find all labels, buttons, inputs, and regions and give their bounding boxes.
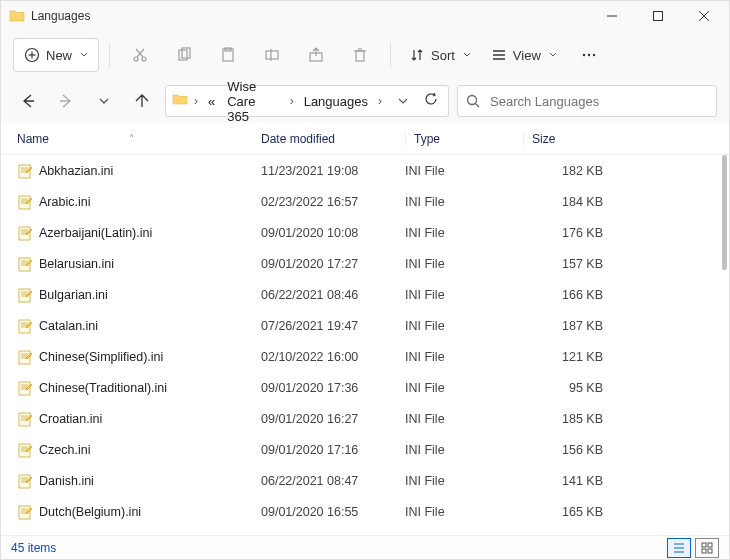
file-type: INI File [405,381,523,395]
ellipsis-icon [581,47,597,63]
toolbar: New Sort View [1,31,729,79]
arrow-right-icon [58,93,74,109]
recent-button[interactable] [89,86,119,116]
folder-icon [9,8,25,24]
back-button[interactable] [13,86,43,116]
file-type: INI File [405,350,523,364]
chevron-right-icon[interactable]: › [288,94,296,108]
sort-button-label: Sort [431,48,455,63]
file-type: INI File [405,195,523,209]
new-button-label: New [46,48,72,63]
file-row[interactable]: Chinese(Traditional).ini09/01/2020 17:36… [1,372,729,403]
file-type: INI File [405,288,523,302]
file-date: 09/01/2020 10:08 [261,226,405,240]
address-dropdown[interactable] [392,92,414,110]
column-headers: Name ˄ Date modified Type Size [1,123,729,155]
close-button[interactable] [681,1,727,31]
view-button[interactable]: View [483,38,565,72]
scrollbar-thumb[interactable] [722,155,727,270]
rename-button[interactable] [252,38,292,72]
file-name: Azerbaijani(Latin).ini [39,226,152,240]
view-button-label: View [513,48,541,63]
file-name: Chinese(Traditional).ini [39,381,167,395]
item-count: 45 items [11,541,56,555]
file-date: 09/01/2020 16:27 [261,412,405,426]
file-row[interactable]: Arabic.ini02/23/2022 16:57INI File184 KB [1,186,729,217]
file-row[interactable]: Catalan.ini07/26/2021 19:47INI File187 K… [1,310,729,341]
ini-file-icon [17,318,33,334]
file-row[interactable]: Dutch(Belgium).ini09/01/2020 16:55INI Fi… [1,496,729,527]
file-explorer-window: Languages New [0,0,730,560]
file-size: 121 KB [523,350,603,364]
chevron-right-icon[interactable]: › [192,94,200,108]
details-icon [673,542,685,554]
file-size: 182 KB [523,164,603,178]
svg-line-9 [137,49,144,57]
ini-file-icon [17,504,33,520]
file-type: INI File [405,412,523,426]
file-name: Czech.ini [39,443,90,457]
file-row[interactable]: Abkhazian.ini11/23/2021 19:08INI File182… [1,155,729,186]
toolbar-divider [390,43,391,67]
refresh-button[interactable] [418,92,444,110]
thumbnails-view-toggle[interactable] [695,538,719,558]
ini-file-icon [17,380,33,396]
file-row[interactable]: Czech.ini09/01/2020 17:16INI File156 KB [1,434,729,465]
address-bar[interactable]: › « Wise Care 365 › Languages › [165,85,449,117]
file-type: INI File [405,474,523,488]
file-size: 166 KB [523,288,603,302]
search-input[interactable] [488,93,708,110]
scissors-icon [132,47,148,63]
ini-file-icon [17,225,33,241]
file-size: 176 KB [523,226,603,240]
rename-icon [264,47,280,63]
new-button[interactable]: New [13,38,99,72]
delete-button[interactable] [340,38,380,72]
ini-file-icon [17,473,33,489]
column-header-date[interactable]: Date modified [261,132,405,146]
sort-button[interactable]: Sort [401,38,479,72]
svg-rect-15 [266,51,278,59]
search-icon [466,94,480,108]
breadcrumb-overflow[interactable]: « [204,92,219,111]
file-type: INI File [405,443,523,457]
clipboard-icon [220,47,236,63]
file-row[interactable]: Danish.ini06/22/2021 08:47INI File141 KB [1,465,729,496]
column-header-type[interactable]: Type [405,132,523,146]
column-header-name[interactable]: Name ˄ [17,132,261,146]
share-button[interactable] [296,38,336,72]
search-box[interactable] [457,85,717,117]
file-row[interactable]: Croatian.ini09/01/2020 16:27INI File185 … [1,403,729,434]
file-list[interactable]: Abkhazian.ini11/23/2021 19:08INI File182… [1,155,729,535]
file-row[interactable]: Azerbaijani(Latin).ini09/01/2020 10:08IN… [1,217,729,248]
breadcrumb-item[interactable]: Languages [300,92,372,111]
breadcrumb-item[interactable]: Wise Care 365 [223,77,283,126]
more-button[interactable] [569,38,609,72]
toolbar-divider [109,43,110,67]
share-icon [308,47,324,63]
cut-button[interactable] [120,38,160,72]
details-view-toggle[interactable] [667,538,691,558]
file-size: 185 KB [523,412,603,426]
file-row[interactable]: Belarusian.ini09/01/2020 17:27INI File15… [1,248,729,279]
forward-button[interactable] [51,86,81,116]
up-button[interactable] [127,86,157,116]
file-row[interactable]: Chinese(Simplified).ini02/10/2022 16:00I… [1,341,729,372]
chevron-down-icon [80,51,88,59]
file-type: INI File [405,505,523,519]
file-name: Dutch(Belgium).ini [39,505,141,519]
file-name: Belarusian.ini [39,257,114,271]
paste-button[interactable] [208,38,248,72]
minimize-button[interactable] [589,1,635,31]
sort-indicator-icon: ˄ [129,133,134,144]
file-name: Catalan.ini [39,319,98,333]
copy-button[interactable] [164,38,204,72]
maximize-button[interactable] [635,1,681,31]
ini-file-icon [17,194,33,210]
chevron-right-icon[interactable]: › [376,94,384,108]
column-header-size[interactable]: Size [523,132,603,146]
titlebar: Languages [1,1,729,31]
file-row[interactable]: Bulgarian.ini06/22/2021 08:46INI File166… [1,279,729,310]
svg-point-27 [468,96,477,105]
svg-rect-18 [356,51,364,61]
